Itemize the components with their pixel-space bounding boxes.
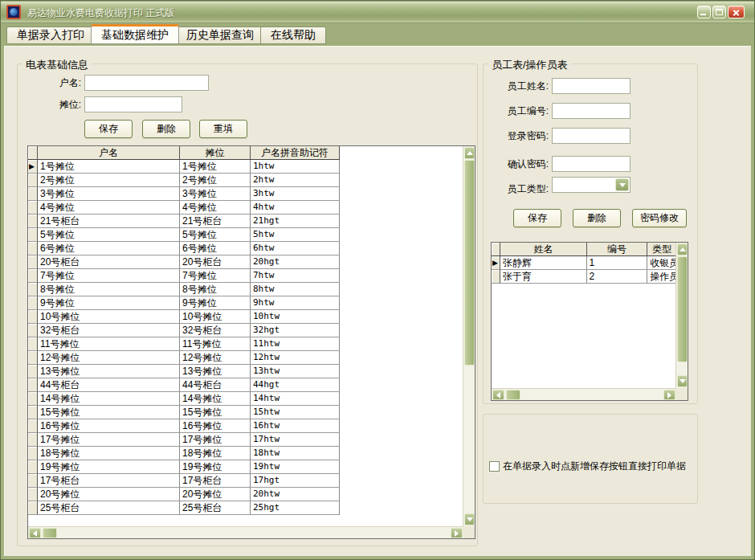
table-row[interactable]: 18号摊位18号摊位18htw <box>28 447 464 460</box>
employee-table-vertical-scrollbar[interactable] <box>675 243 688 388</box>
grid-cell[interactable]: 15htw <box>251 406 340 419</box>
table-row[interactable]: 13号摊位13号摊位13htw <box>28 365 464 378</box>
row-selector[interactable] <box>28 337 38 351</box>
meter-table-horizontal-scrollbar[interactable] <box>28 526 463 538</box>
tab-receipt-entry-print[interactable]: 单据录入打印 <box>6 27 95 44</box>
grid-cell[interactable]: 14号摊位 <box>38 392 180 406</box>
employee-name-input[interactable] <box>552 78 631 94</box>
tab-online-help[interactable]: 在线帮助 <box>260 27 326 44</box>
maximize-button[interactable] <box>712 6 726 18</box>
meter-reset-button[interactable]: 重填 <box>199 120 247 138</box>
grid-cell[interactable]: 25号柜台 <box>180 501 251 515</box>
grid-cell[interactable]: 11号摊位 <box>180 337 251 351</box>
grid-cell[interactable]: 操作员 <box>647 270 677 284</box>
grid-cell[interactable]: 1htw <box>251 160 340 174</box>
row-selector[interactable] <box>28 419 38 433</box>
grid-cell[interactable]: 5号摊位 <box>180 228 251 242</box>
grid-cell[interactable]: 12号摊位 <box>38 351 180 365</box>
table-row[interactable]: 44号柜台44号柜台44hgt <box>28 378 464 392</box>
row-selector[interactable] <box>28 501 38 515</box>
grid-cell[interactable]: 3htw <box>251 187 340 201</box>
grid-cell[interactable]: 13htw <box>251 365 340 378</box>
grid-cell[interactable]: 2 <box>587 270 648 284</box>
grid-cell[interactable]: 收银员 <box>647 256 677 270</box>
grid-cell[interactable]: 25hgt <box>251 501 340 515</box>
table-row[interactable]: 15号摊位15号摊位15htw <box>28 406 464 419</box>
scrollbar-thumb[interactable] <box>464 160 475 366</box>
grid-cell[interactable]: 15号摊位 <box>180 406 251 419</box>
grid-cell[interactable]: 10号摊位 <box>38 310 180 324</box>
grid-cell[interactable]: 4htw <box>251 201 340 215</box>
table-row[interactable]: 21号柜台21号柜台21hgt <box>28 215 464 228</box>
row-selector[interactable] <box>492 270 500 284</box>
grid-cell[interactable]: 18号摊位 <box>38 447 180 460</box>
grid-cell[interactable]: 20号柜台 <box>38 255 180 269</box>
scroll-down-button[interactable] <box>464 513 475 525</box>
grid-cell[interactable]: 张于育 <box>500 270 587 284</box>
grid-cell[interactable]: 4号摊位 <box>180 201 251 215</box>
table-row[interactable]: 9号摊位9号摊位9htw <box>28 296 464 310</box>
table-row[interactable]: 19号摊位19号摊位19htw <box>28 460 464 474</box>
employee-type-dropdown[interactable] <box>552 177 631 193</box>
table-row[interactable]: ▶1号摊位1号摊位1htw <box>28 160 464 174</box>
scroll-right-button[interactable] <box>451 528 463 538</box>
grid-cell[interactable]: 20号摊位 <box>38 488 180 501</box>
grid-cell[interactable]: 12号摊位 <box>180 351 251 365</box>
grid-cell[interactable]: 1 <box>587 256 648 270</box>
grid-cell[interactable]: 5htw <box>251 228 340 242</box>
row-selector[interactable] <box>28 392 38 406</box>
grid-cell[interactable]: 10号摊位 <box>180 310 251 324</box>
grid-cell[interactable]: 21号柜台 <box>180 215 251 228</box>
grid-cell[interactable]: 10htw <box>251 310 340 324</box>
grid-cell[interactable]: 13号摊位 <box>180 365 251 378</box>
grid-cell[interactable]: 11htw <box>251 337 340 351</box>
employee-table-horizontal-scrollbar[interactable] <box>492 388 676 400</box>
grid-cell[interactable]: 11号摊位 <box>38 337 180 351</box>
table-row[interactable]: 12号摊位12号摊位12htw <box>28 351 464 365</box>
grid-cell[interactable]: 8号摊位 <box>180 283 251 296</box>
row-selector[interactable]: ▶ <box>28 160 38 174</box>
table-row[interactable]: 20号摊位20号摊位20htw <box>28 488 464 501</box>
table-row[interactable]: 16号摊位16号摊位16htw <box>28 419 464 433</box>
grid-cell[interactable]: 6htw <box>251 242 340 255</box>
stall-input[interactable] <box>84 96 182 112</box>
meter-save-button[interactable]: 保存 <box>84 120 133 138</box>
table-row[interactable]: ▶张静辉1收银员 <box>492 256 677 270</box>
table-row[interactable]: 5号摊位5号摊位5htw <box>28 228 464 242</box>
grid-cell[interactable]: 17号柜台 <box>180 474 251 488</box>
grid-cell[interactable]: 20hgt <box>251 255 340 269</box>
row-selector[interactable] <box>28 201 38 215</box>
employee-delete-button[interactable]: 删除 <box>573 209 621 227</box>
meter-table-vertical-scrollbar[interactable] <box>463 146 475 526</box>
row-selector[interactable] <box>28 365 38 378</box>
table-row[interactable]: 32号柜台32号柜台32hgt <box>28 324 464 337</box>
row-selector[interactable] <box>28 310 38 324</box>
employee-change-password-button[interactable]: 密码修改 <box>632 209 687 227</box>
grid-cell[interactable]: 4号摊位 <box>38 201 180 215</box>
table-row[interactable]: 10号摊位10号摊位10htw <box>28 310 464 324</box>
scroll-up-button[interactable] <box>677 243 688 255</box>
login-password-input[interactable] <box>552 128 631 144</box>
scroll-left-button[interactable] <box>492 390 504 400</box>
row-selector[interactable] <box>28 324 38 337</box>
grid-cell[interactable]: 8htw <box>251 283 340 296</box>
grid-cell[interactable]: 13号摊位 <box>38 365 180 378</box>
grid-cell[interactable]: 17号摊位 <box>38 433 180 447</box>
minimize-button[interactable] <box>697 6 711 18</box>
grid-cell[interactable]: 19号摊位 <box>180 460 251 474</box>
grid-cell[interactable]: 7号摊位 <box>180 269 251 283</box>
scroll-left-button[interactable] <box>29 528 41 538</box>
grid-cell[interactable]: 18号摊位 <box>180 447 251 460</box>
grid-cell[interactable]: 17htw <box>251 433 340 447</box>
grid-cell[interactable]: 16号摊位 <box>180 419 251 433</box>
table-row[interactable]: 8号摊位8号摊位8htw <box>28 283 464 296</box>
grid-cell[interactable]: 17号柜台 <box>38 474 180 488</box>
grid-cell[interactable]: 张静辉 <box>500 256 587 270</box>
scroll-up-button[interactable] <box>464 147 475 159</box>
table-row[interactable]: 17号摊位17号摊位17htw <box>28 433 464 447</box>
grid-cell[interactable]: 32号柜台 <box>180 324 251 337</box>
table-row[interactable]: 14号摊位14号摊位14htw <box>28 392 464 406</box>
row-selector[interactable] <box>28 474 38 488</box>
grid-cell[interactable]: 2号摊位 <box>38 174 180 187</box>
tab-basic-data-maintenance[interactable]: 基础数据维护 <box>91 24 179 44</box>
